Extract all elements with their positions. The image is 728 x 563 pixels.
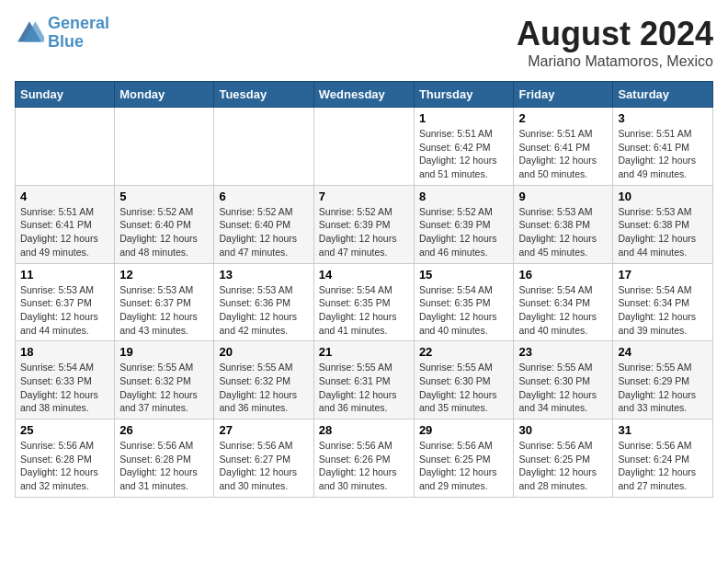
day-info: Sunrise: 5:52 AMSunset: 6:39 PMDaylight:… [419, 205, 509, 259]
header-row: SundayMondayTuesdayWednesdayThursdayFrid… [16, 82, 713, 108]
day-number: 15 [419, 268, 509, 282]
header-wednesday: Wednesday [313, 82, 414, 108]
day-number: 17 [618, 268, 708, 282]
day-number: 11 [20, 268, 109, 282]
calendar-cell: 8Sunrise: 5:52 AMSunset: 6:39 PMDaylight… [414, 185, 514, 263]
day-number: 1 [419, 111, 509, 125]
day-info: Sunrise: 5:54 AMSunset: 6:33 PMDaylight:… [20, 361, 109, 415]
day-info: Sunrise: 5:54 AMSunset: 6:34 PMDaylight:… [618, 283, 708, 338]
day-number: 13 [219, 268, 308, 282]
header-monday: Monday [115, 82, 214, 108]
calendar-cell: 10Sunrise: 5:53 AMSunset: 6:38 PMDayligh… [613, 185, 713, 263]
day-number: 30 [518, 423, 608, 437]
day-info: Sunrise: 5:55 AMSunset: 6:32 PMDaylight:… [219, 361, 308, 415]
day-info: Sunrise: 5:56 AMSunset: 6:24 PMDaylight:… [618, 439, 708, 493]
day-number: 7 [319, 190, 409, 203]
calendar-cell: 13Sunrise: 5:53 AMSunset: 6:36 PMDayligh… [214, 263, 313, 341]
day-info: Sunrise: 5:56 AMSunset: 6:28 PMDaylight:… [119, 439, 209, 493]
calendar-cell: 29Sunrise: 5:56 AMSunset: 6:25 PMDayligh… [414, 419, 514, 498]
calendar-cell: 5Sunrise: 5:52 AMSunset: 6:40 PMDaylight… [115, 185, 214, 263]
calendar-cell: 24Sunrise: 5:55 AMSunset: 6:29 PMDayligh… [613, 341, 713, 419]
day-number: 29 [419, 423, 509, 437]
day-number: 31 [618, 423, 708, 437]
header-saturday: Saturday [613, 82, 713, 108]
logo-icon [15, 18, 44, 48]
day-number: 16 [518, 268, 608, 282]
calendar-cell: 27Sunrise: 5:56 AMSunset: 6:27 PMDayligh… [214, 419, 313, 498]
day-number: 9 [518, 190, 608, 203]
day-number: 10 [618, 190, 708, 203]
calendar-cell: 16Sunrise: 5:54 AMSunset: 6:34 PMDayligh… [514, 263, 613, 341]
day-number: 24 [618, 345, 708, 359]
day-info: Sunrise: 5:55 AMSunset: 6:29 PMDaylight:… [618, 361, 708, 415]
calendar-cell: 28Sunrise: 5:56 AMSunset: 6:26 PMDayligh… [313, 419, 414, 498]
calendar-cell: 6Sunrise: 5:52 AMSunset: 6:40 PMDaylight… [214, 185, 313, 263]
day-number: 2 [518, 111, 608, 125]
day-info: Sunrise: 5:56 AMSunset: 6:27 PMDaylight:… [219, 439, 308, 493]
title-area: August 2024 Mariano Matamoros, Mexico [517, 15, 713, 70]
day-info: Sunrise: 5:53 AMSunset: 6:37 PMDaylight:… [20, 283, 109, 338]
day-info: Sunrise: 5:51 AMSunset: 6:41 PMDaylight:… [518, 127, 608, 181]
day-number: 19 [119, 345, 209, 359]
calendar-cell: 4Sunrise: 5:51 AMSunset: 6:41 PMDaylight… [16, 185, 115, 263]
logo: General Blue [15, 15, 109, 52]
day-info: Sunrise: 5:55 AMSunset: 6:31 PMDaylight:… [319, 361, 409, 415]
header-thursday: Thursday [414, 82, 514, 108]
calendar-cell: 15Sunrise: 5:54 AMSunset: 6:35 PMDayligh… [414, 263, 514, 341]
week-row-1: 4Sunrise: 5:51 AMSunset: 6:41 PMDaylight… [16, 185, 713, 263]
day-number: 22 [419, 345, 509, 359]
calendar-cell: 18Sunrise: 5:54 AMSunset: 6:33 PMDayligh… [16, 341, 115, 419]
day-info: Sunrise: 5:54 AMSunset: 6:35 PMDaylight:… [319, 283, 409, 338]
calendar-cell: 14Sunrise: 5:54 AMSunset: 6:35 PMDayligh… [313, 263, 414, 341]
day-number: 28 [319, 423, 409, 437]
day-number: 25 [20, 423, 109, 437]
day-number: 3 [618, 111, 708, 125]
calendar-cell [16, 108, 115, 186]
calendar-cell: 23Sunrise: 5:55 AMSunset: 6:30 PMDayligh… [514, 341, 613, 419]
day-info: Sunrise: 5:56 AMSunset: 6:25 PMDaylight:… [419, 439, 509, 493]
day-info: Sunrise: 5:55 AMSunset: 6:30 PMDaylight:… [518, 361, 608, 415]
day-info: Sunrise: 5:51 AMSunset: 6:41 PMDaylight:… [20, 205, 109, 259]
day-info: Sunrise: 5:54 AMSunset: 6:34 PMDaylight:… [518, 283, 608, 338]
calendar-cell: 7Sunrise: 5:52 AMSunset: 6:39 PMDaylight… [313, 185, 414, 263]
day-info: Sunrise: 5:53 AMSunset: 6:38 PMDaylight:… [618, 205, 708, 259]
day-number: 8 [419, 190, 509, 203]
day-number: 26 [119, 423, 209, 437]
calendar-cell: 25Sunrise: 5:56 AMSunset: 6:28 PMDayligh… [16, 419, 115, 498]
calendar-cell: 9Sunrise: 5:53 AMSunset: 6:38 PMDaylight… [514, 185, 613, 263]
week-row-2: 11Sunrise: 5:53 AMSunset: 6:37 PMDayligh… [16, 263, 713, 341]
day-number: 4 [20, 190, 109, 203]
week-row-0: 1Sunrise: 5:51 AMSunset: 6:42 PMDaylight… [16, 108, 713, 186]
day-info: Sunrise: 5:51 AMSunset: 6:41 PMDaylight:… [618, 127, 708, 181]
day-info: Sunrise: 5:54 AMSunset: 6:35 PMDaylight:… [419, 283, 509, 338]
calendar-cell: 21Sunrise: 5:55 AMSunset: 6:31 PMDayligh… [313, 341, 414, 419]
calendar-cell: 20Sunrise: 5:55 AMSunset: 6:32 PMDayligh… [214, 341, 313, 419]
day-info: Sunrise: 5:56 AMSunset: 6:28 PMDaylight:… [20, 439, 109, 493]
day-info: Sunrise: 5:56 AMSunset: 6:26 PMDaylight:… [319, 439, 409, 493]
calendar-cell: 17Sunrise: 5:54 AMSunset: 6:34 PMDayligh… [613, 263, 713, 341]
day-number: 6 [219, 190, 308, 203]
day-info: Sunrise: 5:52 AMSunset: 6:40 PMDaylight:… [119, 205, 209, 259]
calendar-cell: 30Sunrise: 5:56 AMSunset: 6:25 PMDayligh… [514, 419, 613, 498]
calendar-cell: 2Sunrise: 5:51 AMSunset: 6:41 PMDaylight… [514, 108, 613, 186]
calendar-cell [313, 108, 414, 186]
page-header: General Blue August 2024 Mariano Matamor… [15, 15, 713, 70]
day-number: 12 [119, 268, 209, 282]
day-number: 23 [518, 345, 608, 359]
day-number: 21 [319, 345, 409, 359]
day-info: Sunrise: 5:53 AMSunset: 6:38 PMDaylight:… [518, 205, 608, 259]
day-info: Sunrise: 5:51 AMSunset: 6:42 PMDaylight:… [419, 127, 509, 181]
day-info: Sunrise: 5:56 AMSunset: 6:25 PMDaylight:… [518, 439, 608, 493]
day-info: Sunrise: 5:53 AMSunset: 6:36 PMDaylight:… [219, 283, 308, 338]
day-info: Sunrise: 5:55 AMSunset: 6:30 PMDaylight:… [419, 361, 509, 415]
main-title: August 2024 [517, 15, 713, 53]
day-info: Sunrise: 5:52 AMSunset: 6:40 PMDaylight:… [219, 205, 308, 259]
calendar-cell: 26Sunrise: 5:56 AMSunset: 6:28 PMDayligh… [115, 419, 214, 498]
week-row-3: 18Sunrise: 5:54 AMSunset: 6:33 PMDayligh… [16, 341, 713, 419]
day-info: Sunrise: 5:53 AMSunset: 6:37 PMDaylight:… [119, 283, 209, 338]
calendar-table: SundayMondayTuesdayWednesdayThursdayFrid… [15, 81, 713, 498]
subtitle: Mariano Matamoros, Mexico [517, 53, 713, 70]
day-info: Sunrise: 5:52 AMSunset: 6:39 PMDaylight:… [319, 205, 409, 259]
day-number: 5 [119, 190, 209, 203]
calendar-cell: 19Sunrise: 5:55 AMSunset: 6:32 PMDayligh… [115, 341, 214, 419]
